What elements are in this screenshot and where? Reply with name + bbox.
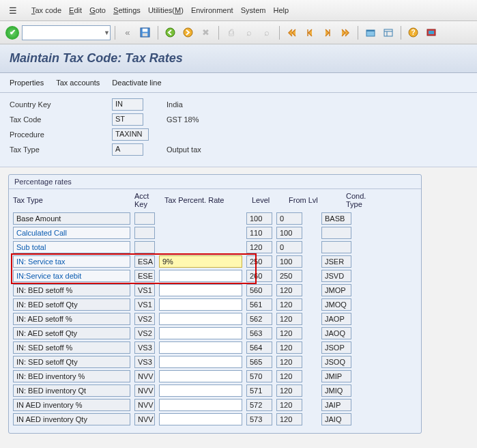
cell-tax-type: IN AED inventory %: [13, 399, 130, 411]
cell-tax-rate[interactable]: [159, 284, 242, 296]
table-row: IN AED inventory %NVV572120JAIP: [13, 399, 417, 411]
field-tax-type[interactable]: A: [112, 143, 143, 156]
exit-nav-icon[interactable]: [181, 25, 196, 40]
tab-deactivate-line[interactable]: Deactivate line: [112, 79, 161, 87]
tab-tax-accounts[interactable]: Tax accounts: [56, 79, 100, 87]
tab-properties[interactable]: Properties: [10, 79, 44, 87]
cell-tax-type[interactable]: IN:Service tax debit: [13, 270, 130, 282]
find-icon[interactable]: ⌕: [242, 25, 257, 40]
cell-tax-rate[interactable]: [159, 356, 242, 368]
help-icon[interactable]: ?: [406, 25, 421, 40]
hdr-acct-key: Acct Key: [134, 192, 160, 208]
cell-acct-key: VS1: [134, 284, 155, 296]
print-icon[interactable]: ⎙: [224, 25, 239, 40]
cell-tax-type[interactable]: IN: Service tax: [13, 255, 130, 268]
menu-utilitiesm[interactable]: Utilities(M): [145, 5, 186, 16]
menu-command-icon[interactable]: ☰: [5, 3, 20, 18]
find-next-icon[interactable]: ⌕: [259, 25, 274, 40]
cell-tax-rate[interactable]: [159, 298, 242, 311]
hdr-from-lvl: From Lvl: [289, 196, 327, 204]
menu-system[interactable]: System: [238, 5, 269, 16]
cell-tax-type: IN: BED setoff %: [13, 284, 130, 296]
cell-acct-key: VS2: [134, 313, 155, 325]
cell-tax-rate[interactable]: [159, 313, 242, 325]
svg-rect-13: [429, 31, 434, 34]
cell-tax-rate[interactable]: 9%: [159, 255, 242, 268]
cell-from-lvl: 120: [276, 284, 302, 296]
svg-point-3: [166, 28, 175, 37]
cell-tax-rate[interactable]: [159, 327, 242, 339]
menu-goto[interactable]: Goto: [87, 5, 109, 16]
cell-tax-rate[interactable]: [159, 384, 242, 397]
cell-tax-rate[interactable]: [159, 399, 242, 411]
back-icon[interactable]: «: [120, 25, 135, 40]
field-country-key[interactable]: IN: [112, 98, 143, 111]
field-tax-code[interactable]: ST: [112, 113, 143, 126]
save-icon[interactable]: [138, 25, 153, 40]
table-row: Calculated Call110100: [13, 227, 417, 239]
cell-acct-key: NVV: [134, 413, 155, 425]
table-row: IN: BED setoff %VS1560120JMOP: [13, 284, 417, 296]
cell-acct-key: ESA: [134, 255, 155, 268]
percentage-rates-panel: Percentage rates Tax Type Acct Key Tax P…: [8, 174, 422, 434]
cell-cond-type: JMOQ: [321, 298, 351, 311]
table-row: IN: AED setoff QtyVS2563120JAOQ: [13, 327, 417, 339]
cell-cond-type: JAOP: [321, 313, 351, 325]
customize-icon[interactable]: [424, 25, 439, 40]
cell-level: 120: [246, 241, 272, 253]
cell-tax-type[interactable]: Calculated Call: [13, 227, 130, 239]
cell-from-lvl: 120: [276, 413, 302, 425]
cell-from-lvl: 120: [276, 298, 302, 311]
cell-tax-type[interactable]: Sub total: [13, 241, 130, 253]
cell-tax-type: IN AED inventory Qty: [13, 413, 130, 425]
table-row: IN: SED setoff QtyVS3565120JSOQ: [13, 356, 417, 368]
cell-level: 573: [246, 413, 272, 425]
menu-settings[interactable]: Settings: [111, 5, 143, 16]
cell-from-lvl: 120: [276, 341, 302, 354]
cell-acct-key: ESE: [134, 270, 155, 282]
table-row: Base Amount1000BASB: [13, 212, 417, 225]
cell-level: 100: [246, 212, 272, 225]
hdr-tax-type: Tax Type: [13, 196, 130, 204]
menu-help[interactable]: Help: [270, 5, 291, 16]
cell-level: 565: [246, 356, 272, 368]
menu-taxcode[interactable]: Tax code: [29, 5, 64, 16]
new-session-icon[interactable]: [363, 25, 378, 40]
enter-icon[interactable]: ✔: [5, 26, 19, 40]
cell-tax-type: IN: AED setoff %: [13, 313, 130, 325]
first-page-icon[interactable]: [285, 25, 300, 40]
menu-edit[interactable]: Edit: [66, 5, 85, 16]
prev-page-icon[interactable]: [302, 25, 317, 40]
header-form: Country Key IN India Tax Code ST GST 18%…: [0, 93, 477, 167]
cell-level: 260: [246, 270, 272, 282]
command-field[interactable]: [22, 25, 111, 40]
cell-cond-type: JMOP: [321, 284, 351, 296]
cell-tax-rate[interactable]: [159, 413, 242, 425]
layout-icon[interactable]: [381, 25, 396, 40]
last-page-icon[interactable]: [338, 25, 353, 40]
cell-cond-type: JSOQ: [321, 356, 351, 368]
cell-tax-rate[interactable]: [159, 341, 242, 354]
field-procedure[interactable]: TAXINN: [112, 128, 149, 141]
table-row: IN: BED setoff QtyVS1561120JMOQ: [13, 298, 417, 311]
menu-environment[interactable]: Environment: [188, 5, 236, 16]
next-page-icon[interactable]: [320, 25, 335, 40]
hdr-level: Level: [252, 196, 285, 204]
cell-from-lvl: 100: [276, 227, 302, 239]
cell-tax-type: IN: AED setoff Qty: [13, 327, 130, 339]
cell-tax-type: IN: SED setoff %: [13, 341, 130, 354]
desc-tax-code: GST 18%: [167, 115, 199, 124]
desc-country-key: India: [167, 100, 183, 109]
cell-from-lvl: 100: [276, 255, 302, 268]
back-nav-icon[interactable]: [163, 25, 178, 40]
cell-tax-type: IN: SED setoff Qty: [13, 356, 130, 368]
table-row: Sub total1200: [13, 241, 417, 253]
cell-level: 562: [246, 313, 272, 325]
cell-acct-key: NVV: [134, 384, 155, 397]
cell-tax-type: IN: BED inventory %: [13, 370, 130, 382]
cell-tax-rate[interactable]: [159, 270, 242, 282]
cell-acct-key: [134, 227, 155, 239]
cell-level: 563: [246, 327, 272, 339]
cancel-nav-icon[interactable]: ✖: [199, 25, 214, 40]
cell-tax-rate[interactable]: [159, 370, 242, 382]
